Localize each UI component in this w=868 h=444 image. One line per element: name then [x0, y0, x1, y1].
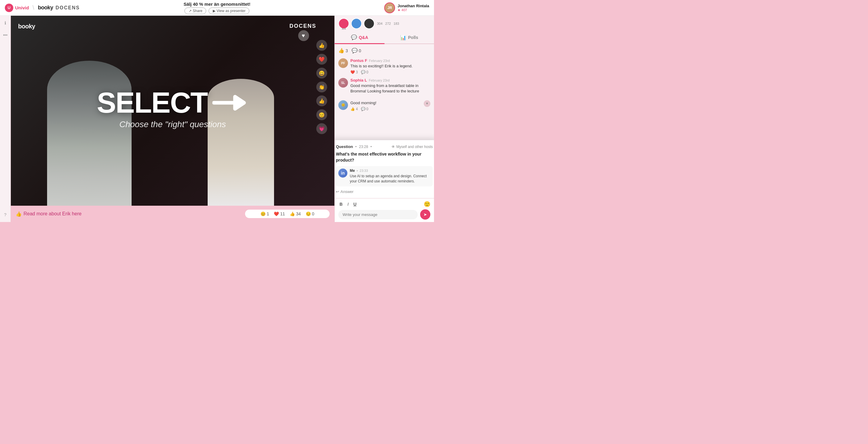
header-buttons: ↗ Share ▶ View as presenter	[184, 7, 250, 14]
bold-button[interactable]: B	[338, 201, 344, 207]
info-icon[interactable]: ℹ	[2, 19, 9, 27]
sophia-text: Good morning from a breakfast table in B…	[350, 83, 430, 94]
audience-count-display: 304 272 183	[377, 22, 399, 25]
comment-icon: 💬	[351, 48, 358, 54]
help-icon[interactable]: ?	[2, 211, 9, 218]
person-right-silhouette	[208, 79, 274, 206]
avatar: JR	[384, 2, 395, 13]
univid-logo[interactable]: U Univid	[5, 4, 29, 12]
thumbs-reaction-count[interactable]: 👍 34	[290, 211, 301, 216]
tabs-row: 💬 Q&A 📊 Polls	[335, 31, 434, 44]
sophia-date: February 23rd	[369, 79, 390, 82]
user-name: Jonathan Rintala	[398, 4, 429, 8]
audience-avatar-1: 304	[338, 18, 349, 29]
presenter-icon: ▶	[213, 9, 216, 13]
reply-icon: ↩	[336, 189, 339, 194]
heart-reaction-count[interactable]: ❤️ 11	[274, 211, 285, 216]
chat-area[interactable]: 👍 3 💬 0 PF Pontus F February 23rd This i…	[335, 44, 434, 198]
pontus-header: Pontus F February 23rd	[350, 58, 430, 63]
comment-count: 💬 0	[351, 48, 361, 54]
univid-logo-icon: U	[5, 4, 13, 12]
like-icon: 👍	[16, 211, 22, 217]
header-separator: \	[33, 4, 34, 11]
right-panel: 304 304 272 183 💬 Q&A 📊 Polls	[334, 16, 434, 222]
qa-popup-header: Question • 23:28 • 👁 Myself and other ho…	[336, 144, 433, 149]
presenter-view-button[interactable]: ▶ View as presenter	[209, 7, 250, 14]
sad-count-value: 0	[312, 211, 314, 216]
reaction-counts-row: 👍 3 💬 0	[338, 47, 430, 55]
answer-button[interactable]: ↩ Answer	[336, 189, 433, 194]
pontus-comment[interactable]: 💬 0	[361, 70, 369, 74]
emoji-reaction-bar: 😊 1 ❤️ 11 👍 34 😔 0	[245, 210, 330, 218]
reaction-thumbsup2[interactable]: 👍	[316, 95, 327, 106]
tab-polls[interactable]: 📊 Polls	[384, 31, 434, 43]
tab-qa[interactable]: 💬 Q&A	[335, 31, 384, 44]
underline-button[interactable]: U	[352, 201, 358, 207]
count-pink: 304	[377, 22, 382, 25]
pontus-text: This is so exciting!! Erik is a legend.	[350, 63, 430, 69]
header-center: Sälj 40 % mer än genomsnittet! ↗ Share ▶…	[184, 1, 250, 14]
read-more-link[interactable]: 👍 Read more about Erik here	[16, 211, 82, 217]
user-info: Jonathan Rintala ★ 407	[398, 4, 429, 12]
comment-count-value: 0	[359, 48, 361, 53]
qa-popup: Question • 23:28 • 👁 Myself and other ho…	[335, 140, 434, 198]
gm-comment-count: 0	[366, 107, 369, 111]
gm-like[interactable]: 👍 4	[350, 107, 358, 111]
comment-icon-msg: 💬	[361, 70, 366, 74]
user-score: ★ 407	[398, 8, 429, 12]
read-more-text: Read more about Erik here	[24, 211, 82, 216]
collapse-button[interactable]: ▼	[424, 100, 430, 107]
brand-docens: DOCENS	[56, 5, 80, 10]
reaction-smile[interactable]: 😊	[316, 109, 327, 120]
italic-button[interactable]: I	[346, 201, 350, 207]
polls-tab-icon: 📊	[400, 35, 406, 40]
pontus-like-count: 3	[356, 70, 358, 74]
header-left: U Univid \ booky DOCENS	[5, 4, 80, 12]
reaction-thumbsup[interactable]: 👍	[316, 40, 327, 51]
qa-popup-label: Question	[336, 144, 353, 149]
reaction-laugh[interactable]: 😄	[316, 68, 327, 79]
like-count[interactable]: 👍 3	[338, 48, 348, 54]
qa-reply-time: 23:33	[360, 169, 368, 173]
video-area: booky DOCENS ♥ 👍 ❤️ 😄 👏 👍 😊 💗	[11, 16, 334, 222]
qa-reply-header: Me • 23:33	[350, 169, 430, 173]
reaction-clap[interactable]: 👏	[316, 82, 327, 92]
gm-comment[interactable]: 💬 0	[361, 107, 369, 111]
emoji-reaction-count[interactable]: 😊 1	[260, 211, 269, 216]
reaction-heart[interactable]: ❤️	[316, 54, 327, 65]
gm-comment-icon: 💬	[361, 107, 366, 111]
more-icon[interactable]: •••	[2, 31, 9, 39]
like-icon-chat: 👍	[338, 48, 344, 54]
audience-avatar-3	[364, 18, 375, 29]
linkedin-icon: in	[341, 171, 345, 176]
sophia-header: Sophia L February 23rd	[350, 78, 430, 83]
message-input[interactable]	[338, 210, 418, 219]
qa-reply-bullet: •	[357, 169, 358, 173]
pontus-content: Pontus F February 23rd This is so exciti…	[350, 58, 430, 74]
qa-reply-name: Me	[350, 169, 355, 173]
share-button[interactable]: ↗ Share	[185, 7, 207, 14]
emoji-picker-button[interactable]: 🙂	[424, 201, 430, 207]
video-bottom-bar: 👍 Read more about Erik here 😊 1 ❤️ 11 👍 …	[11, 206, 334, 222]
video-container: booky DOCENS ♥ 👍 ❤️ 😄 👏 👍 😊 💗	[11, 16, 334, 206]
qa-tab-icon: 💬	[351, 34, 357, 40]
heart-icon[interactable]: ♥	[298, 30, 309, 41]
pontus-reactions: ❤️ 3 💬 0	[350, 70, 430, 74]
qa-popup-audience-text: Myself and other hosts	[396, 145, 433, 149]
pontus-name: Pontus F	[350, 58, 367, 63]
sophia-avatar: SL	[338, 78, 348, 88]
send-button[interactable]: ➤	[420, 209, 430, 219]
pontus-like[interactable]: ❤️ 3	[350, 70, 358, 74]
good-morning-avatar: 😊	[338, 100, 348, 110]
main-layout: ℹ ••• ? booky DOCENS ♥ 👍 ❤️ 😄	[0, 16, 434, 222]
thumbs-count-value: 34	[296, 211, 301, 216]
reaction-heartbottom[interactable]: 💗	[316, 123, 327, 134]
like-count-value: 3	[346, 48, 348, 53]
audience-count-1: 304	[342, 28, 346, 30]
message-pontus: PF Pontus F February 23rd This is so exc…	[338, 58, 430, 74]
video-brand-booky: booky	[18, 23, 35, 30]
video-background: booky DOCENS ♥ 👍 ❤️ 😄 👏 👍 😊 💗	[11, 16, 334, 206]
sad-reaction-count[interactable]: 😔 0	[306, 211, 314, 216]
heart-count-value: 11	[280, 211, 285, 216]
gm-like-icon: 👍	[350, 107, 355, 111]
